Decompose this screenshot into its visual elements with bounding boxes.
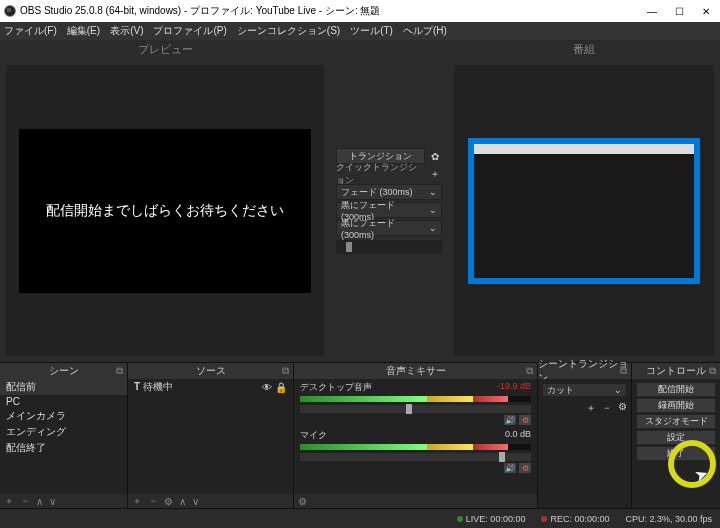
program-label: 番組 [448, 40, 720, 59]
preview-label: プレビュー [0, 40, 330, 59]
lock-icon[interactable]: 🔒 [275, 382, 287, 393]
scene-item[interactable]: PC [0, 395, 127, 408]
transition-select[interactable]: カット⌄ [542, 383, 627, 397]
preview-panel: プレビュー 配信開始までしばらくお待ちください [0, 40, 330, 362]
source-props-button[interactable]: ⚙ [164, 496, 173, 507]
mixer-channel: デスクトップ音声 -19.9 dB 🔊 ⚙ [294, 379, 537, 427]
scene-item[interactable]: 配信前 [0, 379, 127, 395]
mute-icon[interactable]: 🔊 [504, 415, 516, 425]
visibility-icon[interactable]: 👁 [262, 382, 272, 393]
remove-transition-button[interactable]: － [602, 401, 612, 415]
sources-dock: ソース ⧉ T 待機中 👁 🔒 ＋ － ⚙ ∧ ∨ [128, 363, 294, 508]
quick-transition-label: クイックトランジション [336, 166, 425, 182]
exit-button[interactable]: 終了 [636, 446, 716, 461]
source-down-button[interactable]: ∨ [192, 496, 199, 507]
scene-transitions-dock: シーントランジション ⧉ カット⌄ ＋ － ⚙ [538, 363, 632, 508]
fader-handle[interactable] [499, 452, 505, 462]
mixer-body: デスクトップ音声 -19.9 dB 🔊 ⚙ マイク 0.0 dB [294, 379, 537, 494]
sources-header: ソース ⧉ [128, 363, 293, 379]
maximize-button[interactable]: ☐ [675, 6, 684, 17]
start-streaming-button[interactable]: 配信開始 [636, 382, 716, 397]
program-viewport[interactable] [454, 65, 714, 356]
volume-fader[interactable] [300, 405, 531, 413]
channel-name: デスクトップ音声 [300, 381, 372, 394]
rec-status: REC: 00:00:00 [541, 514, 609, 524]
transition-settings-icon[interactable]: ✿ [428, 149, 442, 163]
preview-message: 配信開始までしばらくお待ちください [46, 202, 284, 220]
settings-button[interactable]: 設定 [636, 430, 716, 445]
scene-item[interactable]: 配信終了 [0, 440, 127, 456]
menu-file[interactable]: ファイル(F) [4, 24, 57, 38]
preview-viewport[interactable]: 配信開始までしばらくお待ちください [6, 65, 324, 356]
menu-view[interactable]: 表示(V) [110, 24, 143, 38]
channel-settings-icon[interactable]: ⚙ [519, 415, 531, 425]
popout-icon[interactable]: ⧉ [526, 365, 533, 377]
transition-controls: トランジション ✿ クイックトランジション ＋ フェード (300ms)⌄ 黒に… [330, 40, 448, 362]
mixer-channel: マイク 0.0 dB 🔊 ⚙ [294, 427, 537, 475]
mixer-dock: 音声ミキサー ⧉ デスクトップ音声 -19.9 dB 🔊 ⚙ [294, 363, 538, 508]
controls-dock: コントロール ⧉ 配信開始 録画開始 スタジオモード 設定 終了 [632, 363, 720, 508]
start-recording-button[interactable]: 録画開始 [636, 398, 716, 413]
vu-meter [300, 396, 531, 402]
mixer-header: 音声ミキサー ⧉ [294, 363, 537, 379]
vu-meter [300, 444, 531, 450]
chevron-down-icon: ⌄ [429, 187, 437, 197]
program-panel: 番組 [448, 40, 720, 362]
controls-body: 配信開始 録画開始 スタジオモード 設定 終了 [632, 379, 720, 508]
minimize-button[interactable]: — [647, 6, 657, 17]
popout-icon[interactable]: ⧉ [620, 365, 627, 377]
window-titlebar: OBS Studio 25.0.8 (64-bit, windows) - プロ… [0, 0, 720, 22]
status-bar: LIVE: 00:00:00 REC: 00:00:00 CPU: 2.3%, … [0, 508, 720, 528]
dock-area: シーン ⧉ 配信前 PC メインカメラ エンディング 配信終了 ＋ － ∧ ∨ … [0, 362, 720, 508]
transition-settings-icon[interactable]: ⚙ [618, 401, 627, 415]
main-area: プレビュー 配信開始までしばらくお待ちください トランジション ✿ クイックトラ… [0, 40, 720, 362]
scene-transitions-body: カット⌄ ＋ － ⚙ [538, 379, 631, 508]
window-title: OBS Studio 25.0.8 (64-bit, windows) - プロ… [20, 4, 381, 18]
add-source-button[interactable]: ＋ [132, 494, 142, 508]
menu-tools[interactable]: ツール(T) [350, 24, 393, 38]
chevron-down-icon: ⌄ [614, 385, 622, 395]
channel-settings-icon[interactable]: ⚙ [519, 463, 531, 473]
live-status: LIVE: 00:00:00 [457, 514, 526, 524]
remove-source-button[interactable]: － [148, 494, 158, 508]
menu-scene-collection[interactable]: シーンコレクション(S) [237, 24, 340, 38]
remove-scene-button[interactable]: － [20, 494, 30, 508]
popout-icon[interactable]: ⧉ [116, 365, 123, 377]
scene-up-button[interactable]: ∧ [36, 496, 43, 507]
source-up-button[interactable]: ∧ [179, 496, 186, 507]
mixer-settings-icon[interactable]: ⚙ [298, 496, 307, 507]
scenes-header: シーン ⧉ [0, 363, 127, 379]
program-content [468, 138, 700, 284]
channel-db: 0.0 dB [505, 429, 531, 442]
cpu-status: CPU: 2.3%, 30.00 fps [625, 514, 712, 524]
add-transition-button[interactable]: ＋ [586, 401, 596, 415]
channel-name: マイク [300, 429, 327, 442]
quick-transition-add-icon[interactable]: ＋ [428, 167, 442, 181]
tbar-slider[interactable] [336, 240, 442, 254]
scene-transitions-header: シーントランジション ⧉ [538, 363, 631, 379]
scenes-list: 配信前 PC メインカメラ エンディング 配信終了 [0, 379, 127, 494]
volume-fader[interactable] [300, 453, 531, 461]
menu-help[interactable]: ヘルプ(H) [403, 24, 447, 38]
menu-edit[interactable]: 編集(E) [67, 24, 100, 38]
add-scene-button[interactable]: ＋ [4, 494, 14, 508]
tbar-handle[interactable] [346, 242, 352, 252]
scene-item[interactable]: メインカメラ [0, 408, 127, 424]
scene-down-button[interactable]: ∨ [49, 496, 56, 507]
text-source-icon: T [134, 381, 140, 392]
studio-mode-button[interactable]: スタジオモード [636, 414, 716, 429]
mute-icon[interactable]: 🔊 [504, 463, 516, 473]
program-thumbnail [474, 144, 694, 278]
fader-handle[interactable] [406, 404, 412, 414]
source-item[interactable]: T 待機中 👁 🔒 [128, 379, 293, 395]
controls-header: コントロール ⧉ [632, 363, 720, 379]
popout-icon[interactable]: ⧉ [282, 365, 289, 377]
popout-icon[interactable]: ⧉ [709, 365, 716, 377]
rec-dot-icon [541, 516, 547, 522]
fade-black-dropdown-2[interactable]: 黒にフェード (300ms)⌄ [336, 220, 442, 236]
close-button[interactable]: ✕ [702, 6, 710, 17]
menu-profile[interactable]: プロファイル(P) [153, 24, 226, 38]
channel-db: -19.9 dB [497, 381, 531, 394]
source-name: 待機中 [143, 381, 173, 392]
scene-item[interactable]: エンディング [0, 424, 127, 440]
